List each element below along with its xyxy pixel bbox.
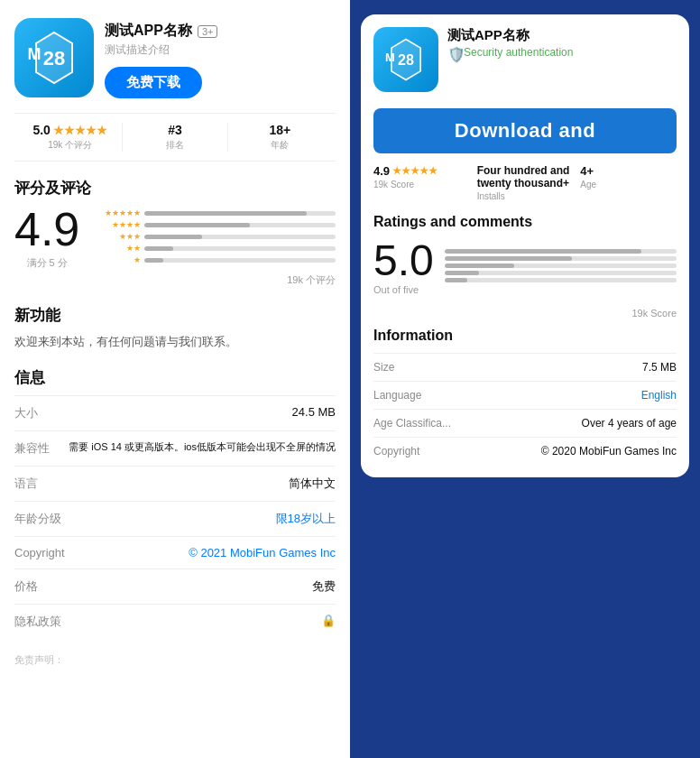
ratings-title-left: 评分及评论	[14, 178, 336, 199]
download-button-right[interactable]: Download and	[373, 108, 677, 153]
app-icon-left: 28 M	[14, 18, 94, 97]
rating-bars-left: ★★★★★ ★★★★ ★★★ ★★ ★	[94, 208, 336, 267]
big-score-right: 5.0 Out of five	[373, 239, 434, 295]
info-title-left: 信息	[14, 367, 336, 388]
age-badge-left: 3+	[198, 25, 218, 38]
rank-value-left: #3	[123, 123, 226, 137]
right-panel: 28 M 测试APP名称 🛡️ Security authentication …	[350, 0, 700, 758]
app-title-left: 测试APP名称	[105, 22, 192, 41]
bar-row-2: ★★★★	[94, 220, 336, 229]
info-row-size: 大小 24.5 MB	[14, 395, 336, 430]
stats-row-right: 4.9 ★★★★★ 19k Score Four hundred and twe…	[373, 164, 677, 201]
right-info-row-size: Size 7.5 MB	[373, 353, 677, 381]
installs-stat-right: Four hundred and twenty thousand+ Instal…	[477, 164, 574, 201]
rank-stat-left: #3 排名	[122, 123, 226, 152]
ratings-section-right: Ratings and comments 5.0 Out of five	[373, 214, 677, 319]
info-title-right: Information	[373, 328, 677, 344]
big-score-num-left: 4.9	[14, 206, 79, 253]
big-score-label-right: Out of five	[373, 284, 434, 295]
svg-text:28: 28	[398, 51, 414, 68]
new-features-section: 新功能 欢迎来到本站，有任何问题请与我们联系。	[14, 305, 336, 351]
shield-icon: 🛡️	[447, 46, 460, 59]
installs-line2: twenty thousand+	[477, 177, 574, 190]
age-value-right: 4+	[580, 164, 677, 178]
bar-row-1: ★★★★★	[94, 208, 336, 217]
svg-text:M: M	[385, 51, 395, 64]
rating-value-right: 4.9	[373, 164, 390, 178]
right-app-title: 测试APP名称	[447, 27, 677, 44]
right-bar-row-4	[445, 271, 677, 275]
right-info-row-copyright: Copyright © 2020 MobiFun Games Inc	[373, 437, 677, 465]
left-panel: 28 M 测试APP名称 3+ 测试描述介绍 免费下载 5.0 ★★★★★ 19…	[0, 0, 350, 758]
download-button-left[interactable]: 免费下载	[105, 67, 202, 98]
svg-text:M: M	[28, 45, 41, 63]
right-bar-row-2	[445, 256, 677, 261]
info-row-price: 价格 免费	[14, 568, 336, 604]
age-stat-right: 4+ Age	[580, 164, 677, 190]
bar-row-4: ★★	[94, 244, 336, 253]
big-score-num-right: 5.0	[373, 239, 434, 282]
right-bar-row-1	[445, 249, 677, 254]
security-text: Security authentication	[464, 46, 573, 59]
info-row-copyright: Copyright © 2021 MobiFun Games Inc	[14, 536, 336, 568]
stats-row-left: 5.0 ★★★★★ 19k 个评分 #3 排名 18+ 年龄	[14, 113, 336, 162]
right-bar-row-3	[445, 263, 677, 268]
rating-value-left: 5.0	[32, 123, 50, 137]
stars-right: ★★★★★	[392, 165, 438, 177]
app-subtitle-left: 测试描述介绍	[105, 42, 336, 58]
right-info-row-lang: Language English	[373, 381, 677, 409]
big-score-left: 4.9 满分 5 分	[14, 206, 79, 270]
age-stat-left: 18+ 年龄	[227, 123, 332, 152]
score-label-right: 19k Score	[373, 180, 470, 190]
installs-label: Installs	[477, 191, 574, 201]
info-row-age: 年龄分级 限18岁以上	[14, 501, 336, 536]
big-score-label-left: 满分 5 分	[14, 256, 79, 270]
rating-stat-right: 4.9 ★★★★★ 19k Score	[373, 164, 470, 190]
age-value-left: 18+	[228, 123, 332, 137]
app-info-left: 测试APP名称 3+ 测试描述介绍 免费下载	[105, 18, 336, 98]
info-section-right: Information Size 7.5 MB Language English…	[373, 328, 677, 465]
svg-text:28: 28	[43, 47, 65, 69]
age-label-left: 年龄	[228, 139, 332, 152]
app-header-left: 28 M 测试APP名称 3+ 测试描述介绍 免费下载	[14, 18, 336, 98]
ratings-footer-left: 19k 个评分	[14, 273, 336, 287]
ratings-footer-right: 19k Score	[373, 308, 677, 319]
info-row-compat: 兼容性 需要 iOS 14 或更高版本。ios低版本可能会出现不全屏的情况	[14, 430, 336, 466]
rating-stat-left: 5.0 ★★★★★ 19k 个评分	[18, 123, 122, 152]
installs-line1: Four hundred and	[477, 164, 574, 177]
stars-left: ★★★★★	[53, 124, 107, 137]
disclaimer-left: 免责声明：	[14, 653, 336, 667]
info-row-lang: 语言 简体中文	[14, 466, 336, 501]
info-section-left: 信息 大小 24.5 MB 兼容性 需要 iOS 14 或更高版本。ios低版本…	[14, 367, 336, 639]
right-info-row-age: Age Classifica... Over 4 years of age	[373, 409, 677, 437]
age-label-right: Age	[580, 180, 677, 190]
security-row: 🛡️ Security authentication	[447, 46, 677, 59]
review-count-left: 19k 个评分	[18, 139, 122, 152]
ratings-title-right: Ratings and comments	[373, 214, 677, 230]
new-features-content: 欢迎来到本站，有任何问题请与我们联系。	[14, 333, 336, 351]
right-bar-row-5	[445, 278, 677, 282]
rating-bars-right	[445, 249, 677, 285]
new-features-title: 新功能	[14, 305, 336, 326]
right-app-info: 测试APP名称 🛡️ Security authentication	[447, 27, 677, 59]
app-icon-right: 28 M	[373, 27, 438, 92]
bar-row-3: ★★★	[94, 232, 336, 241]
app-header-right: 28 M 测试APP名称 🛡️ Security authentication	[373, 27, 677, 92]
info-row-privacy: 隐私政策 🔒	[14, 604, 336, 639]
bar-row-5: ★	[94, 255, 336, 264]
right-card: 28 M 测试APP名称 🛡️ Security authentication …	[361, 14, 689, 477]
ratings-section-left: 评分及评论 4.9 满分 5 分 ★★★★★ ★★★★ ★★★	[14, 178, 336, 287]
ratings-content-right: 5.0 Out of five	[373, 239, 677, 295]
